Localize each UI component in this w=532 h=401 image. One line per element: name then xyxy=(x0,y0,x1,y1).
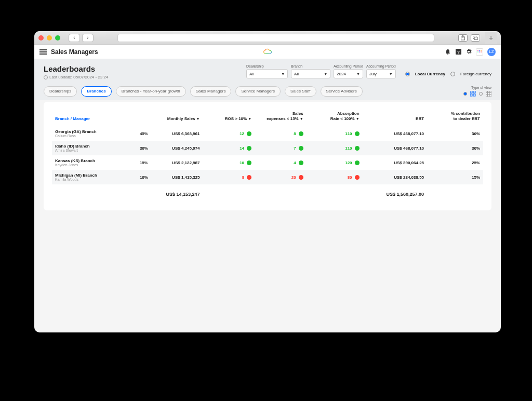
view-cards-radio[interactable] xyxy=(463,92,467,96)
url-bar[interactable] xyxy=(117,34,434,42)
col-ebt[interactable]: EBT xyxy=(363,109,428,126)
settings-icon[interactable] xyxy=(466,49,472,55)
tab-service-managers[interactable]: Service Managers xyxy=(235,86,280,97)
filter-label: Branch xyxy=(291,64,330,68)
last-update: Last update: 05/07/2024 - 23:24 xyxy=(44,75,108,79)
share-pct: 15% xyxy=(125,155,151,170)
tab-sales-managers[interactable]: Sales Managers xyxy=(190,86,232,97)
window-close-icon[interactable] xyxy=(38,35,44,41)
new-tab-button[interactable]: + xyxy=(485,32,497,44)
table-row[interactable]: Georgia (GA) BranchCallum Ross45%US$ 6,3… xyxy=(52,126,483,141)
table-row[interactable]: Michigan (MI) BranchKamila Woods10%US$ 1… xyxy=(52,170,483,184)
col-branch-manager[interactable]: Branch / Manager xyxy=(52,109,125,126)
branch-cell: Michigan (MI) BranchKamila Woods xyxy=(52,170,125,184)
menu-icon[interactable] xyxy=(39,49,47,55)
share-pct: 30% xyxy=(125,141,151,155)
filter-dealership: Dealership All ▼ xyxy=(246,64,288,78)
branch-cell: Kansas (KS) BranchKayden Jones xyxy=(52,155,125,170)
expenses-cell: 8 xyxy=(255,126,307,141)
browser-window: ‹ › + Sales Managers ? xyxy=(34,31,501,332)
ebt-cell: US$ 468,077.10 xyxy=(363,126,428,141)
chevron-down-icon: ▼ xyxy=(389,72,393,76)
view-table-radio[interactable] xyxy=(479,92,483,96)
chevron-down-icon: ▼ xyxy=(324,72,327,76)
currency-local-label: Local Currency xyxy=(415,72,445,76)
tab-sales-staff[interactable]: Sales Staff xyxy=(285,86,316,97)
svg-rect-14 xyxy=(470,94,472,96)
window-minimize-icon[interactable] xyxy=(47,35,52,41)
table-row[interactable]: Kansas (KS) BranchKayden Jones15%US$ 2,1… xyxy=(52,155,483,170)
expenses-cell: 7 xyxy=(255,141,307,155)
year-select[interactable]: 2024 ▼ xyxy=(334,69,363,78)
ebt-cell: US$ 234,038.55 xyxy=(363,170,428,184)
monthly-sales-cell: US$ 2,122,987 xyxy=(151,155,203,170)
sort-desc-icon: ▼ xyxy=(356,117,360,121)
ros-cell: 12 xyxy=(203,126,255,141)
apps-icon[interactable] xyxy=(476,48,483,56)
monthly-sales-cell: US$ 6,368,961 xyxy=(151,126,203,141)
table-row[interactable]: Idaho (ID) BranchAmira Stewart30%US$ 4,2… xyxy=(52,141,483,155)
contribution-cell: 30% xyxy=(427,141,483,155)
branch-cell: Georgia (GA) BranchCallum Ross xyxy=(52,126,125,141)
user-avatar[interactable]: LZ xyxy=(487,48,496,56)
svg-point-9 xyxy=(477,51,478,52)
svg-text:?: ? xyxy=(457,50,460,55)
help-icon[interactable]: ? xyxy=(455,49,461,55)
status-dot-icon xyxy=(247,146,251,151)
col-absorption-rate[interactable]: AbsorptionRate < 100%▼ xyxy=(307,109,363,126)
window-maximize-icon[interactable] xyxy=(55,35,60,41)
ros-cell: 10 xyxy=(203,155,255,170)
filter-label: Accounting Period xyxy=(334,64,363,68)
col-ros[interactable]: ROS > 10%▼ xyxy=(203,109,255,126)
status-dot-icon xyxy=(299,175,303,180)
svg-rect-2 xyxy=(474,37,477,39)
tab-branches-yoy[interactable]: Branches - Year-on-year growth xyxy=(116,86,186,97)
svg-point-6 xyxy=(477,50,478,51)
filter-period-year: Accounting Period 2024 ▼ xyxy=(334,64,363,78)
svg-rect-12 xyxy=(470,91,472,93)
status-dot-icon xyxy=(247,175,251,180)
browser-titlebar: ‹ › + xyxy=(34,31,501,45)
svg-point-11 xyxy=(481,51,482,52)
expenses-cell: 20 xyxy=(255,170,307,184)
filter-label: Accounting Period xyxy=(366,64,396,68)
radio-foreign-currency[interactable] xyxy=(450,72,455,76)
nav-back-button[interactable]: ‹ xyxy=(69,34,80,42)
status-dot-icon xyxy=(355,161,360,165)
sort-desc-icon: ▼ xyxy=(300,117,303,121)
table-view-icon[interactable] xyxy=(486,91,491,97)
grid-view-icon[interactable] xyxy=(470,91,476,97)
tabs-icon[interactable] xyxy=(471,34,480,42)
share-icon[interactable] xyxy=(458,34,468,42)
month-select[interactable]: July ▼ xyxy=(366,69,396,78)
status-dot-icon xyxy=(355,146,360,151)
share-pct: 10% xyxy=(125,170,151,184)
status-dot-icon xyxy=(247,161,251,165)
dealership-select[interactable]: All ▼ xyxy=(246,69,288,78)
app-logo-icon xyxy=(263,47,272,57)
app-title: Sales Managers xyxy=(51,48,98,56)
col-monthly-sales[interactable]: Monthly Sales▼ xyxy=(151,109,203,126)
branch-select[interactable]: All ▼ xyxy=(291,69,330,78)
status-dot-icon xyxy=(247,131,251,136)
col-sales-expenses[interactable]: Salesexpenses < 15%▼ xyxy=(255,109,307,126)
clock-icon xyxy=(44,75,48,79)
tabs-row: Dealerships Branches Branches - Year-on-… xyxy=(34,83,501,100)
total-ebt: US$ 1,560,257.00 xyxy=(363,184,428,200)
status-dot-icon xyxy=(299,146,303,151)
status-dot-icon xyxy=(355,175,360,180)
tab-branches[interactable]: Branches xyxy=(81,86,111,97)
tab-dealerships[interactable]: Dealerships xyxy=(44,86,77,97)
branch-cell: Idaho (ID) BranchAmira Stewart xyxy=(52,141,125,155)
tab-service-advisors[interactable]: Service Advisors xyxy=(321,86,363,97)
filter-period-month: Accounting Period July ▼ xyxy=(366,64,396,78)
filter-bar: Leaderboards Last update: 05/07/2024 - 2… xyxy=(34,59,501,83)
view-type-label: Type of view xyxy=(471,86,491,89)
select-value: 2024 xyxy=(337,72,346,76)
notifications-icon[interactable] xyxy=(445,49,451,55)
nav-forward-button[interactable]: › xyxy=(82,34,94,42)
absorption-cell: 110 xyxy=(307,126,363,141)
radio-local-currency[interactable] xyxy=(405,72,410,76)
chevron-down-icon: ▼ xyxy=(281,72,285,76)
col-contribution[interactable]: % contributionto dealer EBT xyxy=(427,109,483,126)
